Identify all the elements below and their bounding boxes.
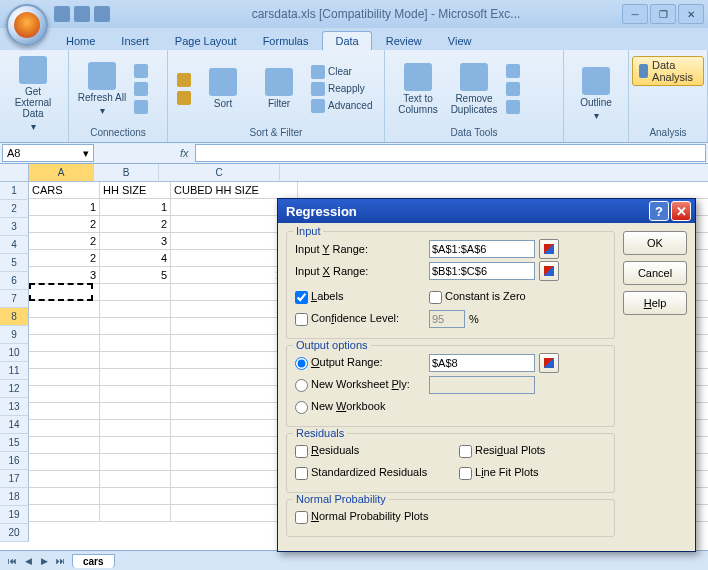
last-sheet-nav[interactable]: ⏭ <box>52 553 68 569</box>
cancel-button[interactable]: Cancel <box>623 261 687 285</box>
cell-B4[interactable]: 3 <box>100 233 171 250</box>
cell-A6[interactable]: 3 <box>29 267 100 284</box>
tab-page-layout[interactable]: Page Layout <box>163 32 249 50</box>
cell-A16[interactable] <box>29 437 100 454</box>
row-header-8[interactable]: 8 <box>0 308 29 326</box>
dialog-titlebar[interactable]: Regression ? ✕ <box>278 199 695 223</box>
first-sheet-nav[interactable]: ⏮ <box>4 553 20 569</box>
cell-A8[interactable] <box>29 301 100 318</box>
row-header-10[interactable]: 10 <box>0 344 29 362</box>
edit-links-button[interactable] <box>131 99 151 115</box>
cell-B20[interactable] <box>100 505 171 522</box>
cell-A5[interactable]: 2 <box>29 250 100 267</box>
cell-B14[interactable] <box>100 403 171 420</box>
y-range-ref-button[interactable] <box>539 239 559 259</box>
tab-view[interactable]: View <box>436 32 484 50</box>
std-residuals-checkbox[interactable]: Standardized Residuals <box>295 466 455 480</box>
sort-desc-button[interactable] <box>174 90 194 106</box>
help-button[interactable]: Help <box>623 291 687 315</box>
cell-A17[interactable] <box>29 454 100 471</box>
ok-button[interactable]: OK <box>623 231 687 255</box>
properties-button[interactable] <box>131 81 151 97</box>
office-button[interactable] <box>6 4 48 46</box>
cell-C1[interactable]: CUBED HH SIZE <box>171 182 298 199</box>
data-analysis-button[interactable]: Data Analysis <box>632 56 705 86</box>
outline-button[interactable]: Outline▾ <box>570 65 622 123</box>
name-box[interactable]: A8▾ <box>2 144 94 162</box>
cell-B6[interactable]: 5 <box>100 267 171 284</box>
redo-icon[interactable] <box>94 6 110 22</box>
row-header-4[interactable]: 4 <box>0 236 29 254</box>
output-range-input[interactable]: $A$8 <box>429 354 535 372</box>
minimize-button[interactable]: ─ <box>622 4 648 24</box>
cell-A20[interactable] <box>29 505 100 522</box>
tab-insert[interactable]: Insert <box>109 32 161 50</box>
get-external-data-button[interactable]: Get External Data▾ <box>6 54 60 134</box>
residuals-checkbox[interactable]: Residuals <box>295 444 455 458</box>
row-header-9[interactable]: 9 <box>0 326 29 344</box>
undo-icon[interactable] <box>74 6 90 22</box>
constant-zero-checkbox[interactable]: Constant is Zero <box>429 290 526 304</box>
cell-B10[interactable] <box>100 335 171 352</box>
row-header-12[interactable]: 12 <box>0 380 29 398</box>
connections-button[interactable] <box>131 63 151 79</box>
reapply-button[interactable]: Reapply <box>308 81 375 97</box>
what-if-button[interactable] <box>503 99 523 115</box>
row-header-1[interactable]: 1 <box>0 182 29 200</box>
cell-A18[interactable] <box>29 471 100 488</box>
clear-button[interactable]: Clear <box>308 64 375 80</box>
tab-review[interactable]: Review <box>374 32 434 50</box>
save-icon[interactable] <box>54 6 70 22</box>
col-header-A[interactable]: A <box>29 164 94 182</box>
cell-B3[interactable]: 2 <box>100 216 171 233</box>
row-header-7[interactable]: 7 <box>0 290 29 308</box>
sort-button[interactable]: Sort <box>196 66 250 111</box>
row-header-14[interactable]: 14 <box>0 416 29 434</box>
text-to-columns-button[interactable]: Text to Columns <box>391 61 445 117</box>
restore-button[interactable]: ❐ <box>650 4 676 24</box>
tab-data[interactable]: Data <box>322 31 371 50</box>
consolidate-button[interactable] <box>503 81 523 97</box>
cell-B9[interactable] <box>100 318 171 335</box>
cell-A7[interactable] <box>29 284 100 301</box>
cell-B11[interactable] <box>100 352 171 369</box>
select-all-corner[interactable] <box>0 164 29 182</box>
dialog-close-icon[interactable]: ✕ <box>671 201 691 221</box>
row-header-11[interactable]: 11 <box>0 362 29 380</box>
cell-A3[interactable]: 2 <box>29 216 100 233</box>
normal-prob-checkbox[interactable]: Normal Probability Plots <box>295 510 428 524</box>
cell-B2[interactable]: 1 <box>100 199 171 216</box>
cell-A1[interactable]: CARS <box>29 182 100 199</box>
cell-A15[interactable] <box>29 420 100 437</box>
remove-duplicates-button[interactable]: Remove Duplicates <box>447 61 501 117</box>
cell-A9[interactable] <box>29 318 100 335</box>
cell-B8[interactable] <box>100 301 171 318</box>
cell-A12[interactable] <box>29 369 100 386</box>
output-range-ref-button[interactable] <box>539 353 559 373</box>
y-range-input[interactable]: $A$1:$A$6 <box>429 240 535 258</box>
sort-asc-button[interactable] <box>174 72 194 88</box>
next-sheet-nav[interactable]: ▶ <box>36 553 52 569</box>
row-header-6[interactable]: 6 <box>0 272 29 290</box>
cell-B7[interactable] <box>100 284 171 301</box>
tab-home[interactable]: Home <box>54 32 107 50</box>
row-header-5[interactable]: 5 <box>0 254 29 272</box>
formula-bar[interactable] <box>195 144 706 162</box>
col-header-B[interactable]: B <box>94 164 159 182</box>
tab-formulas[interactable]: Formulas <box>251 32 321 50</box>
cell-A13[interactable] <box>29 386 100 403</box>
cell-B13[interactable] <box>100 386 171 403</box>
cell-B1[interactable]: HH SIZE <box>100 182 171 199</box>
advanced-button[interactable]: Advanced <box>308 98 375 114</box>
row-header-18[interactable]: 18 <box>0 488 29 506</box>
labels-checkbox[interactable]: Labels <box>295 290 425 304</box>
cell-B17[interactable] <box>100 454 171 471</box>
cell-A4[interactable]: 2 <box>29 233 100 250</box>
cell-B16[interactable] <box>100 437 171 454</box>
row-header-2[interactable]: 2 <box>0 200 29 218</box>
cell-B19[interactable] <box>100 488 171 505</box>
cell-A14[interactable] <box>29 403 100 420</box>
data-validation-button[interactable] <box>503 63 523 79</box>
fx-icon[interactable]: fx <box>174 147 195 159</box>
cell-B5[interactable]: 4 <box>100 250 171 267</box>
